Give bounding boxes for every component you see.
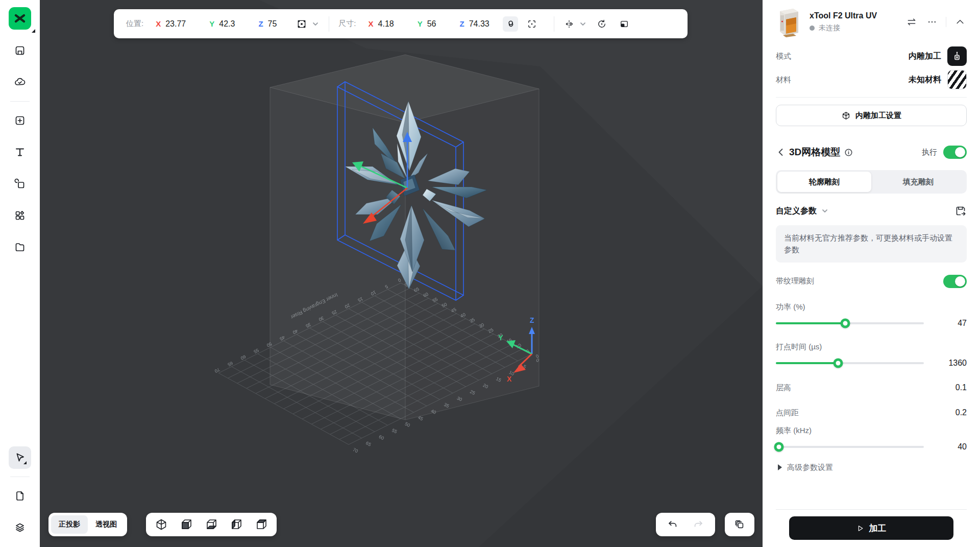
text-tool-button[interactable] bbox=[9, 141, 31, 163]
size-y[interactable]: Y 56 bbox=[418, 19, 436, 29]
tab-outline-engrave[interactable]: 轮廓雕刻 bbox=[777, 172, 871, 192]
swap-arrows-icon bbox=[906, 17, 917, 27]
tab-fill-engrave[interactable]: 填充雕刻 bbox=[871, 172, 965, 192]
position-y[interactable]: Y 42.3 bbox=[209, 19, 235, 29]
app-logo[interactable] bbox=[9, 7, 31, 30]
perspective-button[interactable]: 透视图 bbox=[88, 515, 125, 534]
execute-label: 执行 bbox=[922, 148, 937, 157]
texture-label: 带纹理雕刻 bbox=[776, 276, 943, 286]
save-params-icon[interactable] bbox=[954, 205, 967, 217]
texture-row: 带纹理雕刻 bbox=[776, 275, 967, 288]
resize-icon[interactable] bbox=[617, 16, 632, 32]
view-left-button[interactable] bbox=[229, 517, 243, 532]
custom-params-label[interactable]: 自定义参数 bbox=[776, 206, 817, 217]
gizmo-x-label: X bbox=[507, 375, 512, 383]
duplicate-button[interactable] bbox=[731, 516, 748, 533]
custom-params-row: 自定义参数 bbox=[776, 205, 967, 217]
sidebar-divider bbox=[10, 477, 30, 477]
size-x[interactable]: X 4.18 bbox=[369, 19, 394, 29]
viewport[interactable]: 0005551010101515152020202525253030303535… bbox=[40, 0, 763, 547]
elements-button[interactable] bbox=[9, 204, 31, 227]
folder-icon bbox=[14, 241, 26, 253]
gizmo-z-label: Z bbox=[530, 316, 534, 324]
cube-icon bbox=[841, 111, 851, 121]
shapes-tool-button[interactable] bbox=[9, 173, 31, 195]
viewport-canvas[interactable]: 0005551010101515152020202525253030303535… bbox=[40, 0, 763, 547]
shapes-icon bbox=[14, 178, 26, 190]
size-z[interactable]: Z 74.33 bbox=[460, 19, 489, 29]
view-iso-button[interactable] bbox=[154, 517, 168, 532]
document-button[interactable] bbox=[9, 485, 31, 507]
dot-time-slider-row: 1360 bbox=[776, 359, 967, 368]
process-button[interactable]: 加工 bbox=[789, 516, 953, 540]
frequency-value[interactable]: 40 bbox=[937, 442, 967, 451]
redo-button[interactable] bbox=[690, 516, 707, 533]
device-more-button[interactable] bbox=[925, 15, 939, 29]
mirror-dropdown-chevron-icon[interactable] bbox=[579, 20, 587, 28]
mode-value: 内雕加工 bbox=[909, 51, 941, 62]
frequency-slider[interactable] bbox=[776, 446, 924, 448]
material-swatch-button[interactable] bbox=[947, 70, 967, 89]
add-square-icon bbox=[14, 114, 26, 127]
view-front-button[interactable] bbox=[179, 517, 193, 532]
size-label: 尺寸: bbox=[338, 19, 356, 29]
power-slider[interactable] bbox=[776, 322, 924, 324]
undo-button[interactable] bbox=[664, 516, 681, 533]
rotate-icon[interactable] bbox=[594, 16, 609, 32]
focus-frame-icon[interactable] bbox=[524, 16, 540, 32]
execute-toggle[interactable] bbox=[943, 146, 967, 159]
orthographic-button[interactable]: 正投影 bbox=[51, 515, 88, 534]
page-icon bbox=[14, 490, 26, 502]
dot-time-slider[interactable] bbox=[776, 362, 924, 364]
mode-row: 模式 内雕加工 bbox=[776, 46, 967, 66]
frequency-slider-row: 40 bbox=[776, 442, 967, 451]
chevron-up-icon bbox=[955, 17, 965, 27]
header-divider bbox=[946, 17, 946, 27]
layers-icon bbox=[14, 521, 26, 534]
layer-height-row: 层高 0.1 bbox=[776, 383, 967, 393]
collapse-panel-button[interactable] bbox=[953, 15, 967, 29]
lock-aspect-ratio-icon[interactable] bbox=[503, 16, 518, 32]
mirror-flip-icon[interactable] bbox=[561, 16, 577, 32]
files-button[interactable] bbox=[9, 236, 31, 258]
duplicate-icon bbox=[734, 519, 745, 530]
anchor-dropdown-chevron-icon[interactable] bbox=[311, 20, 320, 28]
dot-time-value[interactable]: 1360 bbox=[937, 359, 967, 368]
advanced-settings-row[interactable]: 高级参数设置 bbox=[776, 463, 967, 472]
right-panel: xTool F2 Ultra UV 未连接 模式 bbox=[763, 0, 980, 547]
position-z[interactable]: Z 75 bbox=[258, 19, 277, 29]
toolbar-divider bbox=[329, 16, 329, 32]
new-project-button[interactable] bbox=[9, 109, 31, 132]
history-bar bbox=[656, 513, 715, 536]
frequency-label: 频率 (kHz) bbox=[776, 426, 967, 436]
view-bottom-button[interactable] bbox=[204, 517, 218, 532]
cloud-sync-button[interactable] bbox=[9, 71, 31, 93]
logo-menu-corner-icon bbox=[32, 29, 35, 33]
dot-pitch-value[interactable]: 0.2 bbox=[955, 408, 967, 417]
redo-icon bbox=[693, 519, 704, 530]
dot-pitch-row: 点间距 0.2 bbox=[776, 408, 967, 418]
mode-chip-button[interactable] bbox=[947, 46, 967, 66]
info-icon[interactable] bbox=[844, 148, 853, 157]
material-row: 材料 未知材料 bbox=[776, 69, 967, 90]
layer-height-value[interactable]: 0.1 bbox=[955, 383, 967, 392]
switch-device-button[interactable] bbox=[905, 15, 918, 29]
custom-params-chevron-icon[interactable] bbox=[821, 207, 829, 215]
position-x[interactable]: X 23.77 bbox=[156, 19, 186, 29]
texture-toggle[interactable] bbox=[943, 275, 967, 288]
back-chevron-icon[interactable] bbox=[776, 147, 786, 157]
view-top-button[interactable] bbox=[254, 517, 268, 532]
save-button[interactable] bbox=[9, 39, 31, 62]
view-preset-bar bbox=[146, 513, 277, 536]
device-thumbnail bbox=[776, 6, 802, 38]
material-label: 材料 bbox=[776, 75, 909, 85]
undo-icon bbox=[667, 519, 678, 530]
anchor-point-icon[interactable] bbox=[294, 16, 309, 32]
layer-height-label: 层高 bbox=[776, 383, 955, 393]
power-label: 功率 (%) bbox=[776, 302, 967, 312]
select-tool-button[interactable] bbox=[9, 446, 31, 469]
power-value[interactable]: 47 bbox=[937, 319, 967, 328]
engraving-settings-button[interactable]: 内雕加工设置 bbox=[776, 105, 967, 126]
layers-button[interactable] bbox=[9, 516, 31, 539]
duplicate-bar bbox=[725, 513, 754, 536]
